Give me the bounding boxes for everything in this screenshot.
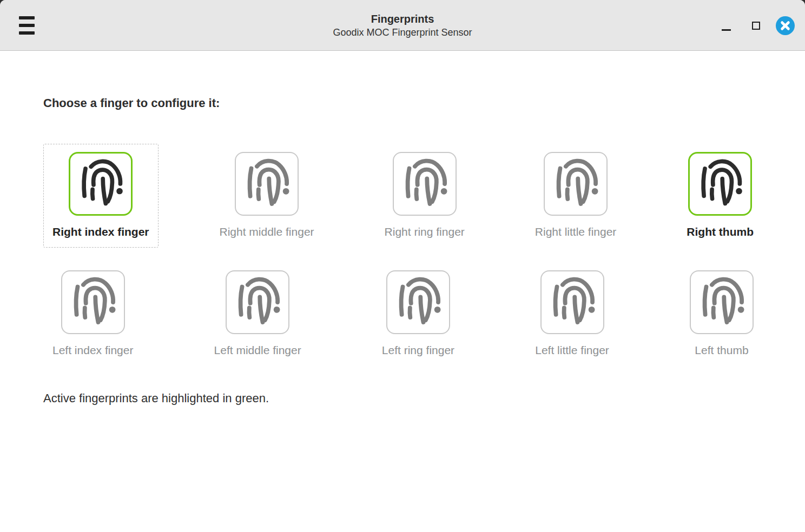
finger-label: Left index finger	[52, 343, 133, 357]
fingerprint-icon	[542, 271, 603, 333]
minimize-icon	[722, 29, 731, 31]
finger-button-right-index-finger[interactable]: Right index finger	[43, 144, 159, 248]
finger-label: Left little finger	[535, 343, 609, 357]
fingerprint-icon-box	[540, 270, 604, 334]
finger-button-left-ring-finger[interactable]: Left ring finger	[373, 262, 464, 366]
close-icon	[776, 16, 795, 35]
fingerprint-icon	[545, 153, 606, 215]
window-controls	[716, 0, 795, 51]
fingerprint-icon	[62, 271, 124, 333]
finger-label: Right index finger	[52, 224, 149, 239]
fingerprint-icon-box	[393, 152, 457, 216]
menu-button[interactable]	[18, 16, 36, 35]
fingerprint-icon	[691, 271, 753, 333]
finger-label: Left middle finger	[214, 343, 301, 357]
fingerprint-icon-box	[544, 152, 608, 216]
content-area: Choose a finger to configure it: Right i…	[0, 51, 805, 532]
fingerprint-icon	[236, 153, 298, 215]
header-bar: Fingerprints Goodix MOC Fingerprint Sens…	[0, 0, 805, 51]
fingerprint-icon-box	[386, 270, 450, 334]
finger-label: Left ring finger	[382, 343, 454, 357]
hamburger-icon	[19, 31, 35, 35]
maximize-button[interactable]	[746, 16, 766, 35]
finger-button-left-little-finger[interactable]: Left little finger	[526, 262, 618, 366]
finger-row-right-hand: Right index finger Right middle finger	[43, 144, 763, 248]
finger-button-left-index-finger[interactable]: Left index finger	[43, 262, 142, 366]
hamburger-icon	[19, 24, 35, 27]
page-title: Choose a finger to configure it:	[43, 96, 805, 111]
finger-button-left-middle-finger[interactable]: Left middle finger	[205, 262, 311, 366]
finger-row-left-hand: Left index finger Left middle finger	[43, 262, 763, 366]
finger-button-left-thumb[interactable]: Left thumb	[681, 262, 763, 366]
hamburger-icon	[19, 16, 35, 19]
finger-button-right-ring-finger[interactable]: Right ring finger	[375, 144, 474, 248]
active-fingerprints-note: Active fingerprints are highlighted in g…	[43, 391, 805, 406]
fingerprint-icon-box	[235, 152, 299, 216]
fingerprint-icon	[70, 154, 131, 214]
fingerprint-icon-box	[69, 152, 133, 216]
header-titles: Fingerprints Goodix MOC Fingerprint Sens…	[333, 12, 472, 39]
finger-button-right-thumb[interactable]: Right thumb	[677, 144, 763, 248]
finger-label: Right ring finger	[385, 224, 465, 239]
fingerprint-icon-box	[690, 270, 754, 334]
window-subtitle: Goodix MOC Fingerprint Sensor	[333, 26, 472, 39]
fingerprint-icon-box	[688, 152, 752, 216]
finger-label: Right middle finger	[219, 224, 314, 239]
maximize-icon	[752, 22, 760, 30]
close-button[interactable]	[776, 16, 795, 35]
finger-label: Right thumb	[687, 224, 754, 239]
fingerprint-icon	[394, 153, 456, 215]
minimize-button[interactable]	[716, 16, 736, 35]
fingerprints-window: Fingerprints Goodix MOC Fingerprint Sens…	[0, 0, 805, 532]
finger-button-right-middle-finger[interactable]: Right middle finger	[210, 144, 323, 248]
finger-label: Right little finger	[535, 224, 617, 239]
fingerprint-icon	[387, 271, 449, 333]
finger-button-right-little-finger[interactable]: Right little finger	[526, 144, 626, 248]
fingerprint-icon-box	[61, 270, 125, 334]
fingerprint-icon-box	[226, 270, 289, 334]
window-title: Fingerprints	[333, 12, 472, 26]
fingerprint-icon	[690, 154, 750, 214]
fingerprint-icon	[227, 271, 288, 333]
finger-label: Left thumb	[695, 343, 748, 357]
